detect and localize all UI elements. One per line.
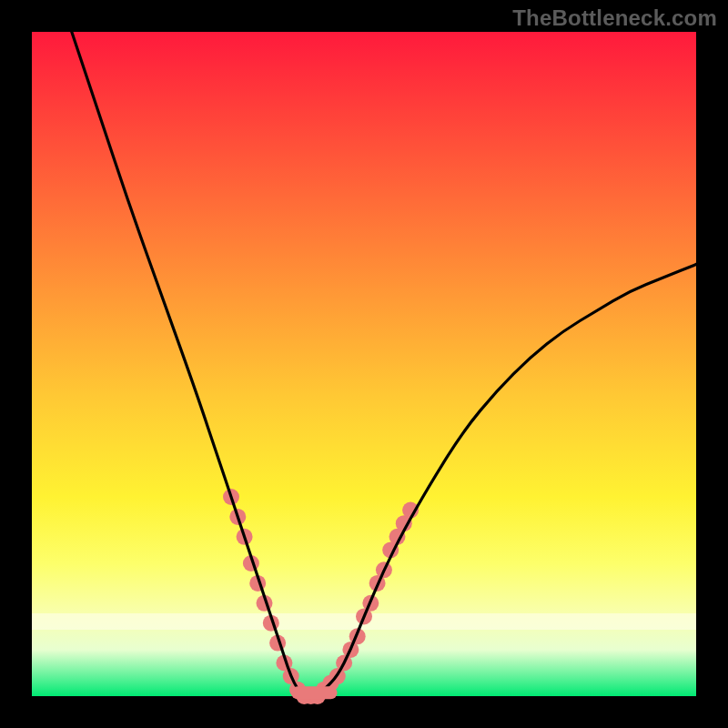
dots-layer [223,489,419,704]
bottleneck-curve [72,32,696,696]
chart-svg [32,32,696,696]
watermark-text: TheBottleneck.com [512,5,717,31]
plot-area [32,32,696,696]
chart-frame: TheBottleneck.com [0,0,728,728]
